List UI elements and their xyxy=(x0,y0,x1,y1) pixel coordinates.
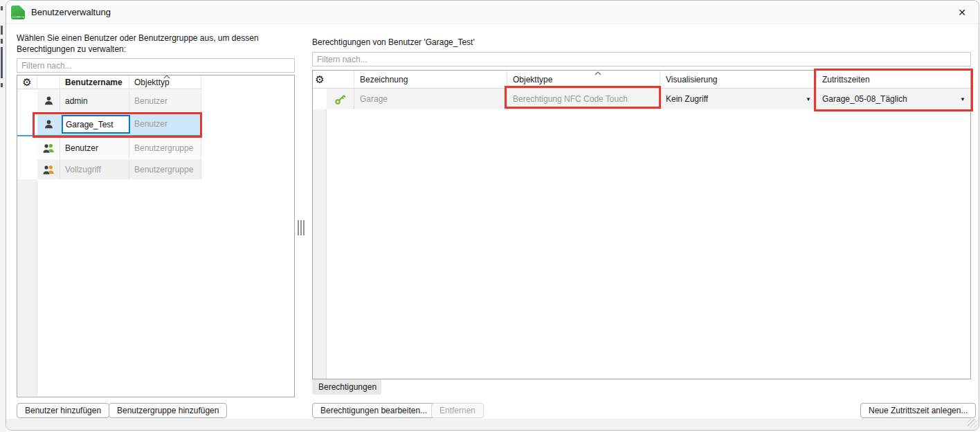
title-bar: CONFIG Benutzerverwaltung ✕ xyxy=(6,1,979,24)
key-icon xyxy=(327,89,354,109)
table-row[interactable]: admin Benutzer xyxy=(17,90,201,111)
dropdown-icon[interactable]: ▼ xyxy=(806,96,811,102)
gear-icon[interactable]: ⚙ xyxy=(315,73,324,87)
logo-fold xyxy=(19,6,25,11)
permissions-title: Berechtigungen von Benutzer 'Garage_Test… xyxy=(312,37,475,48)
table-row[interactable]: Benutzer Benutzergruppe xyxy=(17,138,201,158)
background-artifact xyxy=(1,47,3,78)
remove-button[interactable]: Entfernen xyxy=(431,403,484,418)
benutzerverwaltung-dialog: CONFIG Benutzerverwaltung ✕ Wählen Sie e… xyxy=(6,0,979,431)
background-window-edge xyxy=(0,0,6,432)
resize-grip[interactable] xyxy=(968,419,977,428)
table-options-cell: ⚙ xyxy=(17,75,37,89)
bezeichnung-cell[interactable]: Garage xyxy=(354,89,507,109)
user-table: ⚙ Benutzername Objekttyp admin Benu xyxy=(17,75,295,397)
username-cell[interactable]: Benutzer xyxy=(60,138,129,158)
tab-berechtigungen[interactable]: Berechtigungen xyxy=(312,379,381,395)
add-usergroup-button[interactable]: Benutzergruppe hinzufügen xyxy=(109,403,227,418)
panel-splitter-handle[interactable] xyxy=(296,220,306,235)
background-artifact xyxy=(1,6,3,10)
objecttype-cell[interactable]: Benutzer xyxy=(129,113,201,135)
dropdown-icon[interactable]: ▼ xyxy=(960,96,965,102)
permissions-filter-input[interactable] xyxy=(312,52,971,66)
sort-ascending-icon xyxy=(594,71,602,75)
visualisierung-dropdown[interactable]: Kein Zugriff ▼ xyxy=(660,89,817,109)
icon-column-header xyxy=(37,75,60,89)
table-row-selected[interactable]: Benutzer Garage_Test xyxy=(17,113,201,136)
username-cell[interactable]: Vollzugriff xyxy=(60,159,129,179)
close-icon[interactable]: ✕ xyxy=(955,6,969,19)
usergroup-orange-icon xyxy=(37,159,60,179)
logo-text: CONFIG xyxy=(11,15,25,19)
add-user-button[interactable]: Benutzer hinzufügen xyxy=(17,403,109,418)
window-title: Benutzerverwaltung xyxy=(31,7,111,17)
objecttype-cell[interactable]: Benutzergruppe xyxy=(129,159,201,179)
column-header-objekttyp[interactable]: Objekttyp xyxy=(129,75,201,89)
zutrittszeiten-dropdown[interactable]: Garage_05-08_Täglich ▼ xyxy=(817,89,970,109)
user-icon xyxy=(37,113,60,135)
user-filter-input[interactable] xyxy=(17,58,295,73)
column-header-objekttype[interactable]: Objekttype xyxy=(507,71,660,88)
column-header-zutrittszeiten[interactable]: Zutrittszeiten xyxy=(817,71,970,88)
icon-column-header xyxy=(327,71,354,88)
left-panel-instruction: Wählen Sie einen Benutzer oder Benutzerg… xyxy=(17,33,280,55)
objecttype-cell[interactable]: Benutzer xyxy=(129,90,201,111)
background-artifact xyxy=(1,26,3,35)
permission-row[interactable]: Garage Berechtigung NFC Code Touch Kein … xyxy=(313,89,970,109)
permissions-table-header: ⚙ Bezeichnung Objekttype Visualisierung … xyxy=(313,71,970,89)
table-row[interactable]: Vollzugriff Benutzergruppe xyxy=(17,159,201,179)
username-edit-input[interactable]: Garage_Test xyxy=(62,115,130,134)
background-artifact xyxy=(1,83,3,87)
row-gutter xyxy=(313,89,327,109)
background-artifact xyxy=(1,39,3,44)
new-access-time-button[interactable]: Neue Zutrittszeit anlegen... xyxy=(860,403,976,418)
permissions-table: ⚙ Bezeichnung Objekttype Visualisierung … xyxy=(312,70,971,379)
user-table-header: ⚙ Benutzername Objekttyp xyxy=(17,75,201,89)
loxone-config-icon: CONFIG xyxy=(11,6,25,19)
table-gutter xyxy=(17,179,37,396)
sort-ascending-icon xyxy=(163,75,171,79)
dialog-footer xyxy=(6,419,979,430)
column-header-bezeichnung[interactable]: Bezeichnung xyxy=(354,71,507,88)
gear-icon[interactable]: ⚙ xyxy=(22,76,31,88)
column-header-benutzername[interactable]: Benutzername xyxy=(60,75,129,89)
screen: CONFIG Benutzerverwaltung ✕ Wählen Sie e… xyxy=(0,0,980,432)
user-icon xyxy=(37,90,60,111)
column-header-visualisierung[interactable]: Visualisierung xyxy=(660,71,817,88)
table-options-cell: ⚙ xyxy=(313,71,327,88)
objecttype-cell[interactable]: Benutzergruppe xyxy=(129,138,201,158)
usergroup-green-icon xyxy=(37,138,60,158)
username-cell[interactable]: admin xyxy=(60,90,129,111)
table-gutter xyxy=(313,109,327,379)
objekttype-cell[interactable]: Berechtigung NFC Code Touch xyxy=(507,89,660,109)
edit-permissions-button[interactable]: Berechtigungen bearbeiten... xyxy=(312,403,435,418)
